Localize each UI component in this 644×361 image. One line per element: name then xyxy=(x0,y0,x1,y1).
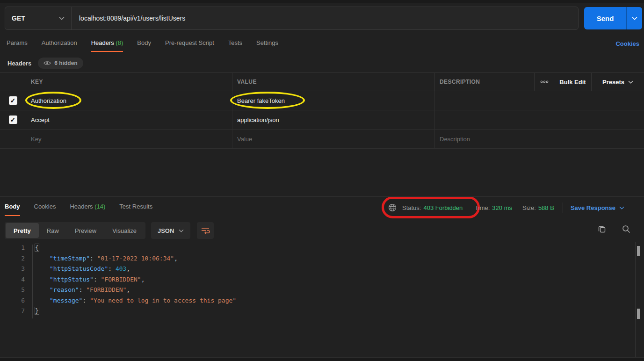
hidden-headers-label: 6 hidden xyxy=(54,60,77,66)
response-headers-count-badge: (14) xyxy=(94,203,105,210)
cookies-link[interactable]: Cookies xyxy=(615,40,639,47)
new-header-description-cell[interactable]: Description xyxy=(435,130,644,148)
size-label: Size: xyxy=(522,204,536,211)
request-url-bar: GET localhost:8089/api/v1/users/listUser… xyxy=(5,7,579,30)
header-value-cell[interactable]: application/json xyxy=(232,110,435,129)
hidden-headers-toggle[interactable]: 6 hidden xyxy=(38,58,83,69)
tab-body[interactable]: Body xyxy=(137,39,151,52)
code-line: 2"timeStamp": "01-17-2022 10:06:34", xyxy=(0,253,631,264)
search-icon[interactable] xyxy=(622,225,630,233)
header-checkbox[interactable]: ✓ xyxy=(9,116,17,124)
scrollbar-thumb[interactable] xyxy=(637,309,640,319)
more-options-button[interactable] xyxy=(535,73,554,91)
save-response-button[interactable]: Save Response xyxy=(571,204,624,211)
header-key: Authorization xyxy=(31,97,66,104)
wrap-text-icon xyxy=(201,227,210,234)
code-line: 1{ xyxy=(0,243,631,253)
key-placeholder: Key xyxy=(31,136,41,143)
eye-icon xyxy=(43,60,51,66)
time-value: 320 ms xyxy=(492,204,512,211)
response-body-json[interactable]: 1{ 2"timeStamp": "01-17-2022 10:06:34", … xyxy=(0,243,631,317)
response-tabs: Body Cookies Headers (14) Test Results xyxy=(5,203,152,216)
column-header-value: VALUE xyxy=(237,79,257,85)
code-line: 5"reason": "FORBIDDEN", xyxy=(0,285,631,296)
headers-section-title: Headers xyxy=(7,60,31,67)
description-placeholder: Description xyxy=(440,136,470,143)
copy-icon[interactable] xyxy=(598,225,606,233)
new-header-key-cell[interactable]: Key xyxy=(26,130,232,148)
response-tab-headers[interactable]: Headers (14) xyxy=(70,203,105,216)
time-label: Time: xyxy=(475,204,490,211)
view-raw[interactable]: Raw xyxy=(39,223,67,238)
format-dropdown[interactable]: JSON xyxy=(151,222,190,239)
globe-icon xyxy=(388,203,397,212)
headers-table: KEY VALUE DESCRIPTION Bulk Edit Presets … xyxy=(0,72,644,149)
header-description-cell[interactable] xyxy=(435,110,644,129)
tab-authorization[interactable]: Authorization xyxy=(42,39,77,52)
status-value: 403 Forbidden xyxy=(423,204,463,211)
scrollbar-thumb[interactable] xyxy=(637,246,640,256)
window-bottom-strip xyxy=(0,357,644,361)
view-visualize[interactable]: Visualize xyxy=(104,223,145,238)
response-meta: Status: 403 Forbidden Time: 320 ms Size:… xyxy=(388,202,624,213)
wrap-text-button[interactable] xyxy=(197,222,214,239)
request-tabs: Params Authorization Headers (8) Body Pr… xyxy=(7,39,278,52)
presets-label: Presets xyxy=(602,79,624,86)
url-input[interactable]: localhost:8089/api/v1/users/listUsers xyxy=(72,7,578,29)
header-key: Accept xyxy=(31,116,50,123)
more-options-icon xyxy=(540,80,549,83)
send-options-caret[interactable] xyxy=(626,7,642,29)
response-tab-test-results[interactable]: Test Results xyxy=(119,203,152,216)
status-label: Status: xyxy=(402,204,421,211)
header-key-cell[interactable]: Accept xyxy=(26,110,232,129)
column-header-key: KEY xyxy=(31,79,43,85)
header-description-cell[interactable] xyxy=(435,91,644,110)
header-value: application/json xyxy=(237,116,279,123)
chevron-down-icon xyxy=(619,206,624,209)
select-all-cell xyxy=(0,73,26,91)
tab-settings[interactable]: Settings xyxy=(256,39,278,52)
http-method-select[interactable]: GET xyxy=(5,7,72,29)
meta-divider xyxy=(563,202,563,213)
chevron-down-icon xyxy=(59,16,65,20)
response-toolbar: Pretty Raw Preview Visualize JSON xyxy=(5,222,214,239)
view-preview[interactable]: Preview xyxy=(67,223,104,238)
tab-pre-request-script[interactable]: Pre-request Script xyxy=(165,39,214,52)
code-line: 4"httpStatus": "FORBIDDEN", xyxy=(0,274,631,285)
view-pretty[interactable]: Pretty xyxy=(6,223,39,238)
response-actions xyxy=(598,225,630,233)
tab-headers[interactable]: Headers (8) xyxy=(91,39,123,52)
format-label: JSON xyxy=(158,227,174,234)
header-value: Bearer fakeToken xyxy=(237,97,285,104)
header-row-new: Key Value Description xyxy=(0,130,644,149)
header-checkbox[interactable]: ✓ xyxy=(9,96,17,105)
headers-count-badge: (8) xyxy=(116,39,123,46)
chevron-down-icon xyxy=(628,80,633,84)
size-value: 588 B xyxy=(538,204,554,211)
chevron-down-icon xyxy=(179,229,184,232)
headers-section-header: Headers 6 hidden xyxy=(7,58,83,69)
headers-table-header-row: KEY VALUE DESCRIPTION Bulk Edit Presets xyxy=(0,72,644,91)
header-key-cell[interactable]: Authorization xyxy=(26,91,232,110)
header-row-authorization: ✓ Authorization Bearer fakeToken xyxy=(0,91,644,110)
scrollbar-track xyxy=(635,242,636,357)
new-header-value-cell[interactable]: Value xyxy=(232,130,435,148)
code-line: 7} xyxy=(0,306,631,317)
header-row-accept: ✓ Accept application/json xyxy=(0,110,644,130)
header-value-cell[interactable]: Bearer fakeToken xyxy=(232,91,435,110)
send-button[interactable]: Send xyxy=(584,7,642,29)
response-tab-cookies[interactable]: Cookies xyxy=(34,203,56,216)
bulk-edit-button[interactable]: Bulk Edit xyxy=(554,73,592,91)
send-label[interactable]: Send xyxy=(584,7,626,29)
code-line: 6"message": "You need to log in to acces… xyxy=(0,296,631,306)
view-mode-switcher: Pretty Raw Preview Visualize xyxy=(5,222,145,239)
response-panel: Body Cookies Headers (14) Test Results S… xyxy=(0,196,644,357)
tab-tests[interactable]: Tests xyxy=(228,39,242,52)
presets-dropdown[interactable]: Presets xyxy=(592,73,644,91)
value-placeholder: Value xyxy=(237,136,252,143)
tab-params[interactable]: Params xyxy=(7,39,28,52)
window-top-strip xyxy=(0,0,644,3)
code-line: 3"httpStatusCode": 403, xyxy=(0,264,631,274)
response-tab-body[interactable]: Body xyxy=(5,203,20,216)
column-header-description: DESCRIPTION xyxy=(440,79,480,85)
